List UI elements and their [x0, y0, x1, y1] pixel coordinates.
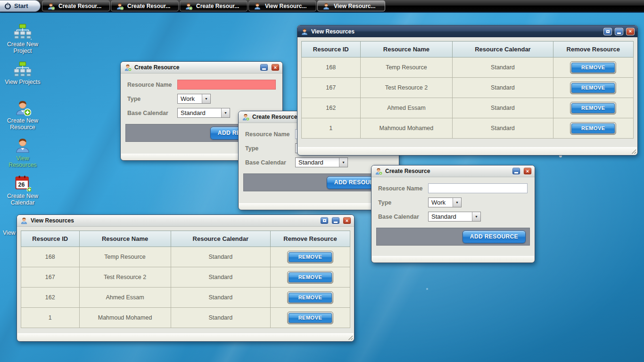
window-title: Create Resource — [134, 64, 257, 71]
remove-button[interactable]: REMOVE — [570, 61, 616, 74]
person-add-icon — [185, 2, 192, 10]
base-calendar-select-value: Standard — [178, 108, 221, 117]
cell-remove: REMOVE — [271, 288, 350, 308]
minimize-button[interactable] — [260, 64, 268, 71]
calendar-add-icon: 26 — [14, 174, 31, 191]
person-icon — [254, 2, 261, 10]
type-select-value: Work — [178, 94, 202, 103]
column-header-remove-resource: Remove Resource — [271, 231, 350, 247]
maximize-button[interactable] — [320, 217, 329, 224]
base-calendar-select[interactable]: Standard▼ — [295, 157, 348, 167]
resource-name-label: Resource Name — [378, 185, 428, 192]
remove-button-label: REMOVE — [289, 293, 332, 303]
form-row: TypeWork▼ — [378, 197, 528, 207]
base-calendar-select[interactable]: Standard▼ — [177, 108, 230, 118]
chevron-down-icon[interactable]: ▼ — [472, 212, 480, 221]
resource-name-input[interactable] — [177, 80, 276, 90]
cell-resource-calendar: Standard — [171, 308, 270, 328]
desktop-icon-view-resources[interactable]: ViewResources — [0, 137, 45, 174]
form-row: TypeWork▼ — [127, 94, 276, 104]
taskbar-button-3[interactable]: View Resourc... — [248, 0, 316, 11]
desktop-icon-label: View Projects — [5, 79, 41, 85]
maximize-button[interactable] — [603, 28, 612, 35]
remove-button-label: REMOVE — [289, 313, 332, 323]
chevron-down-icon[interactable]: ▼ — [202, 94, 210, 103]
desktop-icon-create-new-project[interactable]: Create NewProject — [0, 24, 45, 61]
titlebar[interactable]: Create Resource × — [372, 165, 535, 177]
cell-resource-id: 167 — [302, 78, 361, 98]
desktop-icon-view-projects[interactable]: View Projects — [0, 61, 45, 99]
titlebar[interactable]: View Resources × — [17, 215, 354, 227]
minimize-glyph — [514, 172, 518, 173]
remove-button[interactable]: REMOVE — [287, 312, 333, 324]
cell-resource-calendar: Standard — [171, 247, 270, 267]
cell-remove: REMOVE — [553, 118, 633, 139]
resource-name-label: Resource Name — [245, 131, 295, 138]
cell-remove: REMOVE — [271, 308, 350, 328]
person-add-icon — [116, 2, 124, 10]
form-footer: ADD RESOURCE — [376, 228, 530, 246]
form-row: Base CalendarStandard▼ — [378, 212, 528, 222]
base-calendar-label: Base Calendar — [127, 110, 177, 116]
type-label: Type — [245, 145, 295, 152]
close-button[interactable]: × — [523, 167, 532, 175]
table-row: 162Ahmed EssamStandardREMOVE — [302, 98, 634, 118]
taskbar-button-2[interactable]: Create Resour... — [180, 0, 248, 11]
minimize-button[interactable] — [512, 167, 520, 175]
cell-remove: REMOVE — [271, 247, 350, 267]
table-row: 168Temp ResourceStandardREMOVE — [21, 247, 350, 267]
desktop-icon-list: Create NewProjectView ProjectsCreate New… — [0, 24, 45, 212]
chevron-down-icon[interactable]: ▼ — [221, 108, 230, 117]
remove-button[interactable]: REMOVE — [287, 251, 333, 263]
type-select[interactable]: Work▼ — [428, 197, 462, 207]
type-select-value: Work — [429, 198, 453, 207]
resize-grip[interactable] — [347, 335, 353, 340]
close-button[interactable]: × — [626, 28, 635, 35]
titlebar[interactable]: Create Resource × — [121, 62, 282, 74]
cell-remove: REMOVE — [553, 98, 633, 118]
taskbar-button-label: Create Resour... — [196, 3, 239, 9]
desktop-icon-create-new-resource[interactable]: Create NewResource — [0, 99, 45, 137]
add-resource-button[interactable]: ADD RESOURCE — [462, 230, 526, 243]
minimize-button[interactable] — [331, 217, 340, 224]
person-add-icon — [124, 64, 132, 71]
base-calendar-select[interactable]: Standard▼ — [428, 212, 481, 222]
remove-button-label: REMOVE — [571, 123, 615, 133]
resize-grip[interactable] — [631, 148, 636, 154]
column-header-resource-id: Resource ID — [21, 231, 80, 247]
close-button[interactable]: × — [271, 64, 280, 71]
remove-button[interactable]: REMOVE — [287, 291, 333, 304]
person-add-icon — [375, 167, 382, 175]
cell-resource-name: Mahmoud Mohamed — [360, 118, 453, 139]
taskbar-button-4[interactable]: View Resourc... — [317, 0, 385, 11]
desktop-icon-create-new-calendar[interactable]: 26Create NewCalendar — [0, 174, 45, 212]
person-icon — [20, 217, 28, 224]
start-button[interactable]: Start — [0, 0, 41, 12]
taskbar-button-1[interactable]: Create Resour... — [111, 0, 179, 11]
chevron-down-icon[interactable]: ▼ — [339, 158, 347, 167]
resource-name-input[interactable] — [428, 183, 528, 193]
create-resource-form: Resource NameTypeWork▼Base CalendarStand… — [372, 177, 535, 253]
person-add-icon — [14, 99, 31, 116]
person-add-icon — [242, 113, 249, 121]
base-calendar-select-value: Standard — [296, 158, 339, 167]
remove-button[interactable]: REMOVE — [570, 102, 616, 115]
chevron-down-icon[interactable]: ▼ — [453, 198, 461, 207]
power-icon — [4, 2, 12, 10]
close-button[interactable]: × — [343, 217, 351, 224]
minimize-button[interactable] — [615, 28, 623, 35]
window-view-resources-bottom: View Resources × Resource IDResource Nam… — [17, 214, 355, 342]
cell-remove: REMOVE — [553, 58, 633, 78]
desktop-icon-partial-label[interactable]: View — [3, 230, 16, 236]
remove-button[interactable]: REMOVE — [570, 122, 616, 135]
base-calendar-select-value: Standard — [429, 212, 472, 221]
maximize-glyph — [606, 30, 610, 33]
remove-button-label: REMOVE — [571, 63, 615, 73]
remove-button[interactable]: REMOVE — [287, 271, 333, 284]
remove-button[interactable]: REMOVE — [570, 82, 616, 94]
type-select[interactable]: Work▼ — [177, 94, 211, 104]
titlebar[interactable]: View Resources × — [297, 25, 637, 37]
taskbar-button-0[interactable]: Create Resour... — [42, 0, 110, 11]
taskbar-button-label: Create Resour... — [127, 3, 170, 9]
cell-resource-id: 167 — [21, 267, 80, 288]
